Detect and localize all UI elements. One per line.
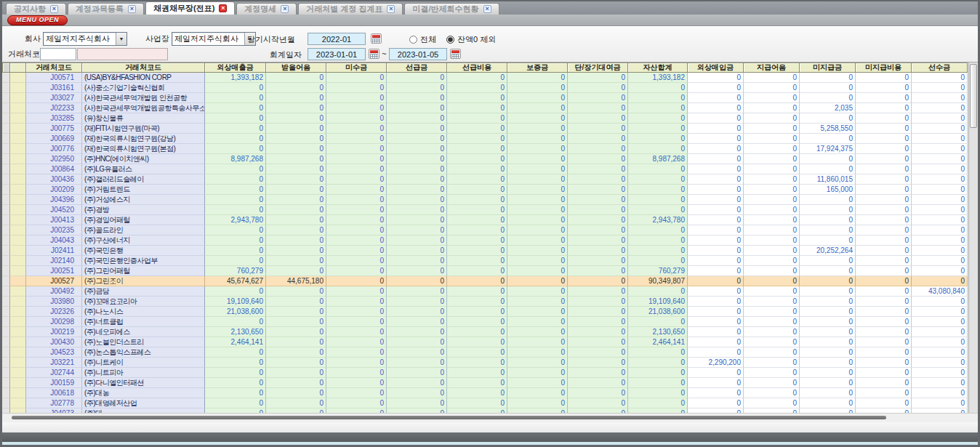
cell-ar_sales[interactable]: 1,393,182 [205,73,266,83]
table-row[interactable]: J02326(주)나노시스21,038,60000000021,038,6000… [2,307,968,317]
cell-advances_received[interactable]: 0 [912,103,968,113]
cell-loans[interactable]: 0 [568,185,628,195]
cell-misc_receivable[interactable]: 0 [326,266,387,276]
cell-ap_purchases[interactable]: 0 [688,113,744,124]
cell-loans[interactable]: 0 [568,337,628,347]
cell-notes_receivable[interactable]: 0 [266,378,326,388]
tab-5[interactable]: 거래처별 계정 집계표× [298,3,403,15]
cell-asset_total[interactable]: 0 [628,246,688,256]
cell-notes_payable[interactable]: 0 [744,93,800,103]
cell-deposits[interactable]: 0 [507,225,568,235]
row-selector[interactable] [10,83,26,93]
cell-advances_received[interactable]: 0 [912,215,968,225]
tab-6[interactable]: 미결/반제회수현황× [404,3,499,15]
row-selector[interactable] [10,378,26,388]
cell-accounts_payable_other[interactable]: 0 [800,83,856,93]
cell-misc_receivable[interactable]: 0 [326,235,387,246]
cell-vendor-name[interactable]: (주)대명레저산업 [82,398,205,408]
table-row[interactable]: J00430(주)노블인더스트리2,464,1410000002,464,141… [2,337,968,347]
cell-asset_total[interactable]: 0 [628,398,688,408]
cell-misc_receivable[interactable]: 0 [326,103,387,113]
cell-loans[interactable]: 0 [568,297,628,307]
row-selector[interactable] [10,317,26,327]
cell-advances_received[interactable]: 0 [912,388,968,398]
cell-asset_total[interactable]: 21,038,600 [628,307,688,317]
cell-ar_sales[interactable]: 0 [205,358,266,368]
cell-vendor-code[interactable]: J00413 [26,215,82,225]
cell-ap_purchases[interactable]: 0 [688,378,744,388]
cell-advances_received[interactable]: 0 [912,83,968,93]
row-selector[interactable] [10,297,26,307]
tab-close-icon[interactable]: × [387,5,395,13]
table-row[interactable]: J02233(사)한국관세무역개발원공항특송사무소00000000002,035… [2,103,968,113]
cell-advance_payments[interactable]: 0 [387,388,447,398]
cell-advances_received[interactable]: 0 [912,347,968,358]
cell-accounts_payable_other[interactable]: 0 [800,276,856,286]
table-row[interactable]: J00436(주)갤러리드슬레이000000000011,860,01500 [2,174,968,185]
cell-asset_total[interactable]: 0 [628,347,688,358]
cell-ar_sales[interactable]: 0 [205,83,266,93]
table-row[interactable]: J00571(USA)BY&HFASHION CORP1,393,1820000… [2,73,968,83]
row-selector[interactable] [10,185,26,195]
cell-deposits[interactable]: 0 [507,205,568,215]
cell-prepaid_expenses[interactable]: 0 [447,164,507,174]
vendor-name-input[interactable] [77,48,168,60]
cell-deposits[interactable]: 0 [507,337,568,347]
cell-ar_sales[interactable]: 45,674,627 [205,276,266,286]
cell-ap_purchases[interactable]: 0 [688,164,744,174]
cell-notes_receivable[interactable]: 0 [266,164,326,174]
cell-misc_receivable[interactable]: 0 [326,124,387,134]
row-selector[interactable] [10,337,26,347]
cell-advances_received[interactable]: 0 [912,276,968,286]
cell-notes_receivable[interactable]: 0 [266,225,326,235]
cell-prepaid_expenses[interactable]: 0 [447,225,507,235]
cell-misc_receivable[interactable]: 0 [326,317,387,327]
cell-advance_payments[interactable]: 0 [387,154,447,164]
cell-ap_purchases[interactable]: 0 [688,246,744,256]
cell-vendor-code[interactable]: J02744 [26,368,82,378]
cell-vendor-code[interactable]: J00298 [26,317,82,327]
cell-advance_payments[interactable]: 0 [387,378,447,388]
date-to-input[interactable] [389,48,447,60]
cell-notes_receivable[interactable]: 0 [266,124,326,134]
row-selector[interactable] [10,327,26,337]
cell-accrued_expenses[interactable]: 0 [856,347,912,358]
cell-advances_received[interactable]: 0 [912,235,968,246]
table-row[interactable]: J00776(재)한국의류시험연구원(본점)000000000017,924,3… [2,144,968,154]
cell-notes_payable[interactable]: 0 [744,73,800,83]
cell-advance_payments[interactable]: 0 [387,103,447,113]
cell-vendor-name[interactable]: (재)한국의류시험연구원(강남) [82,134,205,144]
cell-misc_receivable[interactable]: 0 [326,174,387,185]
cell-ar_sales[interactable]: 2,943,780 [205,215,266,225]
tab-4[interactable]: 계정명세× [236,3,297,15]
cell-accrued_expenses[interactable]: 0 [856,307,912,317]
cell-vendor-name[interactable]: (사)중소기업기술혁신협회 [82,83,205,93]
cell-asset_total[interactable]: 0 [628,225,688,235]
cell-misc_receivable[interactable]: 0 [326,368,387,378]
calendar-icon[interactable] [371,33,382,44]
cell-accrued_expenses[interactable]: 0 [856,73,912,83]
cell-vendor-name[interactable]: (주)국민은행인증사업부 [82,256,205,266]
cell-ap_purchases[interactable]: 0 [688,174,744,185]
cell-advance_payments[interactable]: 0 [387,358,447,368]
cell-deposits[interactable]: 0 [507,358,568,368]
cell-accounts_payable_other[interactable]: 0 [800,73,856,83]
cell-ar_sales[interactable]: 760,279 [205,266,266,276]
cell-advance_payments[interactable]: 0 [387,205,447,215]
cell-ap_purchases[interactable]: 0 [688,398,744,408]
cell-advances_received[interactable]: 0 [912,134,968,144]
cell-vendor-code[interactable]: J00864 [26,164,82,174]
cell-vendor-code[interactable]: J00669 [26,134,82,144]
cell-loans[interactable]: 0 [568,124,628,134]
cell-accounts_payable_other[interactable]: 0 [800,307,856,317]
cell-advance_payments[interactable]: 0 [387,235,447,246]
cell-notes_payable[interactable]: 0 [744,368,800,378]
cell-vendor-name[interactable]: (유)창신물류 [82,113,205,124]
row-selector[interactable] [10,256,26,266]
cell-notes_payable[interactable]: 0 [744,205,800,215]
cell-notes_payable[interactable]: 0 [744,266,800,276]
cell-notes_payable[interactable]: 0 [744,378,800,388]
row-selector[interactable] [10,398,26,408]
cell-accounts_payable_other[interactable]: 0 [800,286,856,297]
cell-advances_received[interactable]: 0 [912,195,968,205]
